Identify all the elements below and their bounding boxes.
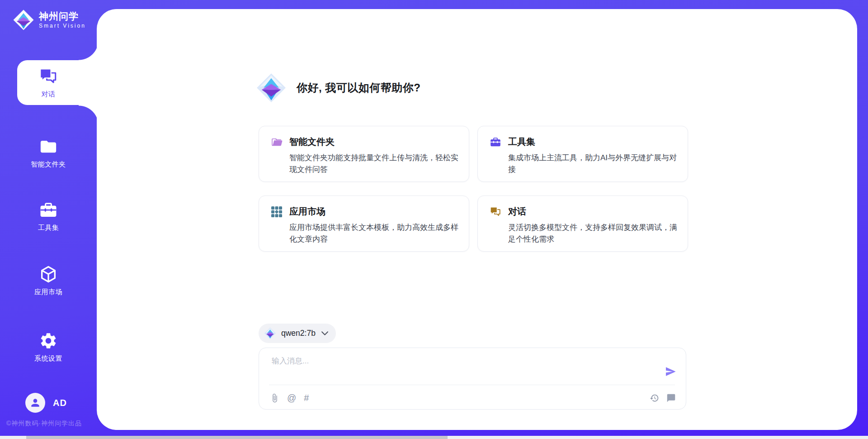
at-icon[interactable]: @ <box>287 393 296 403</box>
brand-diamond-icon <box>264 327 276 339</box>
sidebar-item-label: 工具集 <box>38 224 59 232</box>
composer-toolbar: @ # <box>270 391 676 405</box>
copyright-text: ©神州数码·神州问学出品 <box>6 420 82 428</box>
avatar <box>25 393 45 413</box>
card-title: 工具集 <box>508 136 535 148</box>
send-button[interactable] <box>664 365 677 378</box>
sidebar-item-label: 系统设置 <box>34 354 62 363</box>
main-surface: 你好, 我可以如何帮助你? 智能文件夹 智能文件夹功能支持批量文件上传与清洗，轻… <box>97 9 857 430</box>
send-icon <box>664 365 677 378</box>
sidebar-item-label: 对话 <box>42 90 56 99</box>
briefcase-icon <box>490 136 501 148</box>
user-profile[interactable]: AD <box>25 393 67 413</box>
composer-divider <box>269 385 675 385</box>
briefcase-icon <box>39 200 58 220</box>
horizontal-scrollbar <box>0 436 868 439</box>
paperclip-icon[interactable] <box>270 393 279 403</box>
gear-icon <box>39 331 58 350</box>
brand-subtitle: Smart Vision <box>39 23 86 29</box>
chat-bubbles-icon <box>490 206 501 218</box>
greeting: 你好, 我可以如何帮助你? <box>256 72 421 103</box>
card-toolset[interactable]: 工具集 集成市场上主流工具，助力AI与外界无缝扩展与对接 <box>477 126 688 182</box>
sidebar-item-toolset[interactable]: 工具集 <box>0 200 97 232</box>
user-name: AD <box>53 398 67 408</box>
folder-icon <box>271 136 283 148</box>
folder-icon <box>39 137 58 156</box>
card-smart-folder[interactable]: 智能文件夹 智能文件夹功能支持批量文件上传与清洗，轻松实现文件问答 <box>259 126 469 182</box>
greeting-title: 你好, 我可以如何帮助你? <box>297 81 421 95</box>
card-title: 对话 <box>508 205 526 218</box>
sidebar-item-app-market[interactable]: 应用市场 <box>0 265 97 296</box>
sidebar-item-smart-folder[interactable]: 智能文件夹 <box>0 137 97 169</box>
feature-cards: 智能文件夹 智能文件夹功能支持批量文件上传与清洗，轻松实现文件问答 工具集 集成… <box>259 126 688 252</box>
sidebar-item-label: 智能文件夹 <box>31 160 66 169</box>
card-desc: 集成市场上主流工具，助力AI与外界无缝扩展与对接 <box>508 152 679 175</box>
composer-toolbar-right <box>650 393 676 403</box>
horizontal-scrollbar-thumb[interactable] <box>26 436 448 439</box>
sidebar-item-label: 应用市场 <box>34 288 62 296</box>
model-value: qwen2:7b <box>281 329 316 338</box>
person-icon <box>29 397 41 409</box>
brand-diamond-icon <box>13 9 34 31</box>
active-tab-curve-top <box>79 40 97 61</box>
composer: @ # <box>259 348 686 410</box>
sidebar-item-chat[interactable]: 对话 <box>0 67 97 99</box>
card-app-market[interactable]: 应用市场 应用市场提供丰富长文本模板，助力高效生成多样化文章内容 <box>259 196 469 252</box>
card-desc: 应用市场提供丰富长文本模板，助力高效生成多样化文章内容 <box>289 222 460 245</box>
sidebar-item-settings[interactable]: 系统设置 <box>0 331 97 363</box>
brand-diamond-icon <box>256 72 287 103</box>
chat-bubbles-icon <box>39 67 58 86</box>
brand-logo: 神州问学 Smart Vision <box>13 9 86 31</box>
active-tab-curve-bottom <box>79 105 97 125</box>
history-icon[interactable] <box>650 393 659 403</box>
app-grid-icon <box>271 206 283 218</box>
sidebar: 神州问学 Smart Vision 对话 智能文件夹 <box>0 0 97 439</box>
chevron-down-icon <box>321 331 328 335</box>
card-desc: 灵活切换多模型文件，支持多样回复效果调试，满足个性化需求 <box>508 222 679 245</box>
card-title: 智能文件夹 <box>289 136 335 148</box>
message-icon[interactable] <box>666 393 676 403</box>
message-input[interactable] <box>271 355 652 383</box>
card-desc: 智能文件夹功能支持批量文件上传与清洗，轻松实现文件问答 <box>289 152 460 175</box>
card-chat[interactable]: 对话 灵活切换多模型文件，支持多样回复效果调试，满足个性化需求 <box>477 196 688 252</box>
cube-icon <box>39 265 58 284</box>
hash-icon[interactable]: # <box>304 393 309 403</box>
app-root: 你好, 我可以如何帮助你? 智能文件夹 智能文件夹功能支持批量文件上传与清洗，轻… <box>0 0 868 439</box>
brand-name: 神州问学 <box>39 11 86 21</box>
model-selector[interactable]: qwen2:7b <box>259 324 336 343</box>
card-title: 应用市场 <box>289 205 326 218</box>
